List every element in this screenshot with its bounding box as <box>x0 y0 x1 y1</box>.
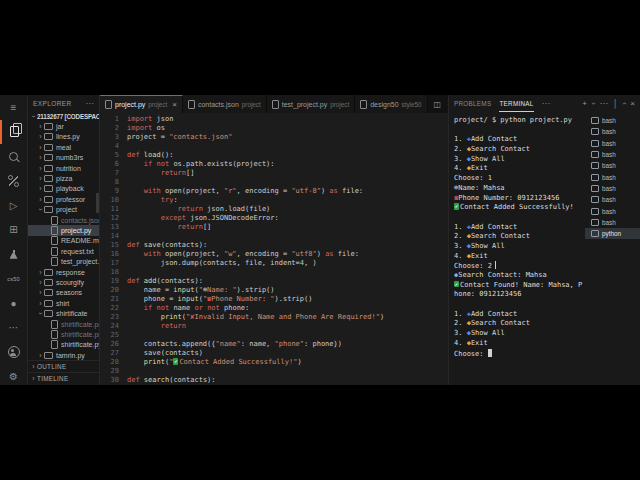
tree-item[interactable]: ›shirtificate <box>28 308 99 318</box>
github-icon[interactable]: ● <box>0 291 27 316</box>
text: 2. <box>454 232 467 240</box>
text: hone: 0912123456 <box>454 290 521 298</box>
extensions-icon[interactable]: ⊞ <box>0 218 27 243</box>
tree-item-label: seasons <box>56 289 82 296</box>
tree-item[interactable]: ›professor <box>28 194 99 204</box>
panel-tab-terminal[interactable]: TERMINAL <box>499 95 533 112</box>
editor-tabstrip: project.pyproject×contacts.jsonprojectte… <box>100 95 448 113</box>
terminal-icon <box>591 162 599 169</box>
outline-section[interactable]: › OUTLINE <box>28 360 99 372</box>
tree-item[interactable]: README.md <box>28 236 99 246</box>
terminal-session-bash[interactable]: bash <box>585 183 640 194</box>
terminal-session-bash[interactable]: bash <box>585 138 640 149</box>
new-terminal-icon[interactable]: + <box>582 99 587 108</box>
tree-item[interactable]: ›response <box>28 267 99 277</box>
tree-item[interactable]: shirtificate.py <box>28 340 99 350</box>
more-icon[interactable]: ⋯ <box>0 316 27 341</box>
fn-glyph: input <box>173 286 194 294</box>
explorer-more-icon[interactable]: ⋯ <box>86 99 94 108</box>
text: Search Contact <box>471 145 530 153</box>
tree-item[interactable]: ›shirt <box>28 298 99 308</box>
menu-icon[interactable]: ≡ <box>0 95 27 120</box>
settings-gear-icon[interactable]: ⚙ <box>0 365 27 390</box>
terminal-session-python[interactable]: python <box>585 228 640 239</box>
str-glyph: "name" <box>216 340 241 348</box>
tree-item[interactable]: project.py <box>28 225 99 235</box>
terminal-line: 4. ◆Exit <box>454 339 585 349</box>
tree-item[interactable]: ›pizza <box>28 173 99 183</box>
tree-item[interactable]: shirtificate.pdf <box>28 319 99 329</box>
tree-item[interactable]: ›21132677 [CODESPACES] ... <box>28 111 99 121</box>
line-number: 17 <box>100 259 127 268</box>
tree-item-label: shirtificate <box>56 310 88 317</box>
tree-item[interactable]: ›seasons <box>28 288 99 298</box>
terminal-session-bash[interactable]: bash <box>585 126 640 137</box>
tree-item[interactable]: ›numb3rs <box>28 153 99 163</box>
text: Search Contact <box>471 232 530 240</box>
text <box>127 250 144 258</box>
close-tab-icon[interactable]: × <box>172 100 177 109</box>
chevron-right-icon: › <box>37 144 44 151</box>
terminal-session-bash[interactable]: bash <box>585 217 640 228</box>
tab-project.py[interactable]: project.pyproject× <box>100 95 183 113</box>
explorer-icon[interactable] <box>0 120 27 145</box>
account-icon[interactable] <box>0 340 27 365</box>
tree-item[interactable]: ›playback <box>28 184 99 194</box>
tree-item-label: project.py <box>61 227 91 234</box>
source-control-icon[interactable] <box>0 169 27 194</box>
terminal-line: 1. ✚Add Contact <box>454 310 585 320</box>
timeline-section[interactable]: › TIMELINE <box>28 372 99 384</box>
line-number: 30 <box>100 376 127 385</box>
tree-item[interactable]: test_project.py <box>28 256 99 266</box>
terminal-session-bash[interactable]: bash <box>585 149 640 160</box>
code-line: 4 <box>100 142 448 151</box>
tree-item[interactable]: ›lines.py <box>28 132 99 142</box>
chevron-right-icon: › <box>37 269 44 276</box>
tree-item[interactable]: shirtificate.png <box>28 329 99 339</box>
tree-item[interactable]: ›meal <box>28 142 99 152</box>
panel-tab-problems[interactable]: PROBLEMS <box>454 95 491 112</box>
terminal-session-bash[interactable]: bash <box>585 160 640 171</box>
kw-glyph: with <box>144 250 161 258</box>
terminal-session-bash[interactable]: bash <box>585 205 640 216</box>
kw-glyph: not <box>207 304 220 312</box>
panel-header: PROBLEMSTERMINAL ⋯ +›⋯│›× <box>449 95 640 112</box>
ic-check-glyph: ✔ <box>454 203 459 210</box>
code-line: 27 save(contacts) <box>100 349 448 358</box>
fn-glyph: search <box>140 376 170 384</box>
tree-item-label: shirtificate.pdf <box>61 321 99 328</box>
sidebar-scrollbar[interactable] <box>96 193 99 213</box>
testing-icon[interactable] <box>0 242 27 267</box>
text <box>127 322 161 330</box>
code-editor[interactable]: 1import json2import os3project = "contac… <box>100 113 448 385</box>
panel-tabs-more-icon[interactable]: ⋯ <box>542 95 550 112</box>
maximize-panel-icon[interactable]: › <box>619 102 628 105</box>
terminal-icon <box>591 174 599 181</box>
terminal-line: 3. ◆Show All <box>454 155 585 165</box>
search-icon[interactable] <box>0 144 27 169</box>
split-editor-icon[interactable]: ◫ <box>434 100 442 109</box>
terminal-output[interactable]: project/ $ python project.py1. ✚Add Cont… <box>449 112 585 385</box>
tree-item[interactable]: ›tamrin.py <box>28 350 99 360</box>
tree-item[interactable]: contacts.json <box>28 215 99 225</box>
text: Name: Mahsa <box>458 184 504 192</box>
close-panel-icon[interactable]: × <box>630 99 635 108</box>
tree-item[interactable]: ›jar <box>28 121 99 131</box>
text: open(project, <box>161 187 224 195</box>
line-number: 20 <box>100 286 127 295</box>
cs50-icon[interactable]: cs50 <box>0 267 27 292</box>
tree-item[interactable]: request.txt <box>28 246 99 256</box>
terminal-session-bash[interactable]: bash <box>585 194 640 205</box>
terminal-more-icon[interactable]: ⋯ <box>600 99 608 108</box>
session-label: bash <box>602 162 616 169</box>
tab-contacts.json[interactable]: contacts.jsonproject <box>183 95 267 113</box>
tree-item[interactable]: ›project <box>28 205 99 215</box>
terminal-session-bash[interactable]: bash <box>585 171 640 182</box>
tab-test_project.py[interactable]: test_project.pyproject <box>267 95 355 113</box>
tree-item[interactable]: ›nutrition <box>28 163 99 173</box>
terminal-session-bash[interactable]: bash <box>585 115 640 126</box>
tab-design50[interactable]: design50style50 <box>355 95 427 113</box>
tree-item[interactable]: ›scourgify <box>28 277 99 287</box>
launch-profile-chevron-icon[interactable]: › <box>589 102 598 105</box>
run-debug-icon[interactable]: ▷ <box>0 193 27 218</box>
